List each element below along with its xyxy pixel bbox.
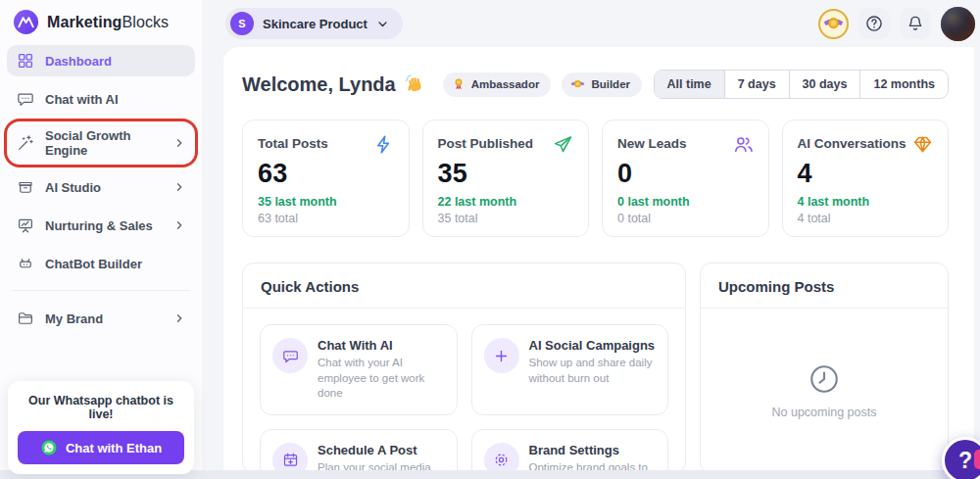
chat-widget-peek: [974, 450, 980, 469]
chevron-right-icon: [173, 312, 185, 324]
chat-with-ethan-button[interactable]: Chat with Ethan: [18, 431, 184, 464]
sidebar-item-dashboard[interactable]: Dashboard: [7, 45, 195, 76]
stat-card-total-posts: Total Posts 63 35 last month 63 total: [242, 120, 410, 237]
time-filter-12-months[interactable]: 12 months: [859, 71, 948, 98]
quick-action-desc: Plan your social media content: [318, 460, 445, 470]
workspace-selector[interactable]: S Skincare Product: [225, 8, 403, 39]
stats-row: Total Posts 63 35 last month 63 total Po…: [242, 120, 949, 237]
gear-icon: [484, 443, 519, 470]
quick-actions-panel: Quick Actions Chat With AI Chat with you…: [242, 263, 686, 470]
topbar: S Skincare Product: [202, 0, 980, 47]
quick-action-ai-social-campaigns[interactable]: AI Social Campaigns Show up and share da…: [471, 324, 669, 415]
time-filter-7-days[interactable]: 7 days: [724, 71, 789, 98]
marketingblocks-logo-icon: [13, 9, 39, 35]
sidebar-item-ai-studio[interactable]: AI Studio: [7, 171, 195, 203]
studio-box-icon: [17, 178, 34, 196]
workspace-avatar: S: [230, 12, 254, 35]
rewards-medal-button[interactable]: [818, 9, 849, 39]
stat-total: 0 total: [617, 212, 754, 225]
quick-actions-title: Quick Actions: [243, 263, 685, 309]
sidebar-item-social-growth-engine[interactable]: Social Growth Engine: [7, 121, 195, 165]
lightning-bolt-icon: [373, 134, 394, 155]
whatsapp-promo-card: Our Whatsapp chatbot is live! Chat with …: [8, 381, 194, 474]
sidebar-item-nurturing-sales[interactable]: Nurturing & Sales: [7, 210, 195, 241]
sidebar-divider: [12, 290, 190, 291]
stat-total: 4 total: [798, 212, 934, 225]
stat-value: 35: [438, 159, 574, 189]
medal-ribbon-icon: [452, 77, 466, 91]
quick-action-chat-with-ai[interactable]: Chat With AI Chat with your AI employee …: [260, 324, 458, 415]
quick-action-title: Schedule A Post: [318, 443, 445, 457]
sidebar-item-chat-with-ai[interactable]: Chat with AI: [7, 83, 195, 115]
stat-last-month: 4 last month: [798, 195, 934, 209]
time-filter: All time 7 days 30 days 12 months: [654, 70, 949, 99]
badge-ambassador: Ambassador: [443, 72, 552, 97]
upcoming-posts-empty-state: No upcoming posts: [701, 309, 948, 470]
quick-actions-grid: Chat With AI Chat with your AI employee …: [243, 309, 685, 470]
sidebar-item-label: Nurturing & Sales: [45, 218, 153, 233]
time-filter-30-days[interactable]: 30 days: [789, 71, 860, 98]
time-filter-all-time[interactable]: All time: [655, 71, 724, 98]
folder-icon: [17, 310, 34, 327]
calendar-plus-icon: [272, 443, 308, 470]
achievement-badges: Ambassador Builder: [443, 72, 642, 97]
stat-title: New Leads: [617, 134, 687, 151]
stat-total: 63 total: [258, 212, 394, 225]
quick-action-desc: Chat with your AI employee to get work d…: [318, 356, 445, 402]
magic-wand-icon: [17, 134, 34, 152]
chevron-right-icon: [173, 137, 185, 149]
stat-title: AI Conversations: [798, 134, 906, 151]
sidebar-menu: Dashboard Chat with AI Social Growth Eng…: [0, 43, 202, 334]
sidebar-item-label: ChatBot Builder: [45, 257, 142, 271]
stat-value: 0: [617, 159, 754, 189]
quick-action-schedule-a-post[interactable]: Schedule A Post Plan your social media c…: [260, 429, 458, 470]
stat-value: 63: [258, 159, 394, 189]
quick-action-title: Brand Settings: [529, 443, 657, 457]
gem-icon: [912, 134, 933, 155]
grid-icon: [17, 52, 34, 70]
badge-label: Builder: [591, 78, 630, 90]
robot-icon: [17, 255, 34, 272]
users-icon: [733, 134, 754, 155]
stat-last-month: 22 last month: [438, 195, 574, 209]
chevron-right-icon: [173, 181, 185, 193]
chevron-right-icon: [173, 219, 185, 231]
whatsapp-icon: [40, 439, 58, 456]
brand-name: MarketingBlocks: [47, 14, 169, 31]
quick-action-desc: Optimize brand goals to keep your agents…: [529, 460, 657, 470]
bottom-row: Quick Actions Chat With AI Chat with you…: [242, 263, 949, 470]
paper-plane-icon: [553, 134, 573, 155]
presentation-icon: [17, 216, 34, 234]
bell-icon: [906, 14, 925, 33]
sidebar-item-chatbot-builder[interactable]: ChatBot Builder: [7, 248, 195, 279]
sidebar-item-my-brand[interactable]: My Brand: [7, 303, 195, 334]
notifications-button[interactable]: [900, 8, 931, 39]
chevron-down-icon: [376, 18, 389, 30]
topbar-actions: [818, 7, 975, 41]
help-button[interactable]: [858, 8, 890, 39]
winged-medal-icon: [570, 77, 585, 92]
stat-value: 4: [798, 159, 934, 189]
stat-card-new-leads: New Leads 0 0 last month 0 total: [602, 120, 769, 237]
quick-action-brand-settings[interactable]: Brand Settings Optimize brand goals to k…: [471, 429, 669, 470]
waving-hand-icon: [405, 73, 426, 95]
quick-action-desc: Show up and share daily without burn out: [529, 356, 657, 386]
quick-action-title: AI Social Campaigns: [529, 338, 657, 353]
user-avatar[interactable]: [941, 7, 975, 41]
chat-with-ethan-label: Chat with Ethan: [66, 441, 162, 455]
upcoming-posts-panel: Upcoming Posts No upcoming posts: [700, 263, 949, 470]
help-circle-icon: [864, 14, 884, 33]
main-content: Welcome, Lynda: [223, 47, 974, 470]
sidebar-item-label: AI Studio: [45, 180, 101, 195]
sidebar-item-label: My Brand: [45, 311, 103, 326]
upcoming-posts-title: Upcoming Posts: [701, 263, 948, 309]
sidebar: MarketingBlocks Dashboard Chat with AI: [0, 0, 202, 470]
stat-total: 35 total: [438, 212, 574, 225]
badge-builder: Builder: [562, 72, 642, 97]
welcome-title: Welcome, Lynda: [242, 73, 396, 96]
welcome-row: Welcome, Lynda: [242, 70, 949, 99]
stat-card-ai-conversations: AI Conversations 4 4 last month 4 total: [782, 120, 950, 237]
brand-logo[interactable]: MarketingBlocks: [0, 0, 202, 43]
stat-title: Total Posts: [258, 134, 328, 151]
stat-title: Post Published: [438, 134, 534, 151]
